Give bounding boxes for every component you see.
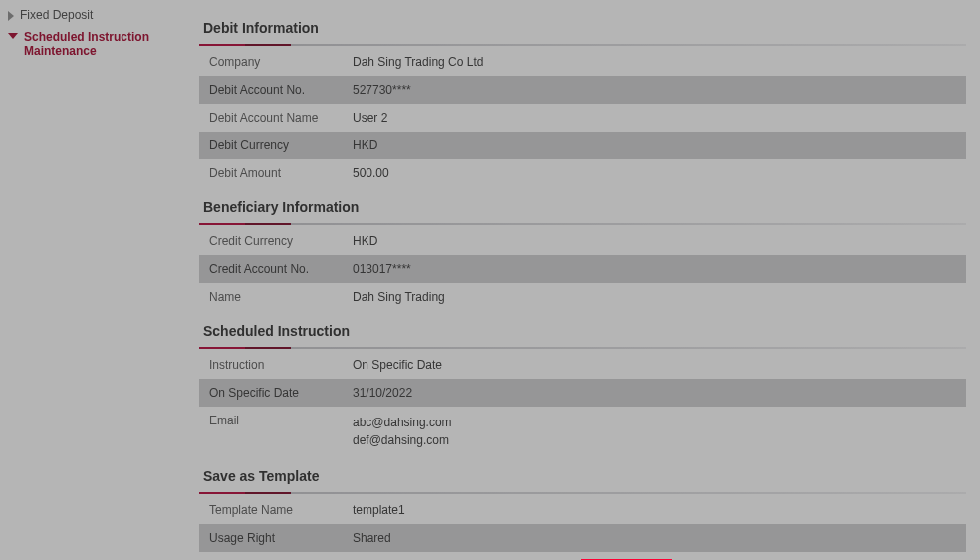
- section-title: Beneficiary Information: [199, 193, 966, 223]
- field-value: Dah Sing Trading Co Ltd: [349, 48, 966, 76]
- section-divider: [199, 44, 966, 46]
- row-template-name: Template Nametemplate1: [199, 496, 966, 524]
- field-label: Debit Account No.: [199, 76, 349, 104]
- sidebar-item-scheduled-instruction[interactable]: Scheduled Instruction Maintenance: [6, 28, 183, 64]
- section-debit-information: Debit Information CompanyDah Sing Tradin…: [199, 14, 966, 187]
- field-value: 527730****: [349, 76, 966, 104]
- chevron-down-icon: [8, 33, 18, 39]
- field-value: HKD: [349, 132, 966, 159]
- field-value: Shared: [349, 524, 966, 552]
- section-divider: [199, 223, 966, 225]
- field-label: Usage Right: [199, 524, 349, 552]
- field-label: Credit Currency: [199, 227, 349, 255]
- field-label: Template Name: [199, 496, 349, 524]
- field-label: On Specific Date: [199, 379, 349, 407]
- section-divider: [199, 492, 966, 494]
- field-value: abc@dahsing.com def@dahsing.com: [349, 407, 966, 456]
- chevron-right-icon: [8, 11, 14, 21]
- field-value: Dah Sing Trading: [349, 283, 966, 311]
- field-label: Debit Account Name: [199, 104, 349, 132]
- row-credit-currency: Credit CurrencyHKD: [199, 227, 966, 255]
- field-label: Debit Currency: [199, 132, 349, 159]
- section-divider: [199, 347, 966, 349]
- row-instruction: InstructionOn Specific Date: [199, 351, 966, 379]
- field-value: User 2: [349, 104, 966, 132]
- email-line: def@dahsing.com: [353, 431, 958, 449]
- section-scheduled-instruction: Scheduled Instruction InstructionOn Spec…: [199, 317, 966, 456]
- field-label: Debit Amount: [199, 159, 349, 187]
- field-value: On Specific Date: [349, 351, 966, 379]
- field-label: Instruction: [199, 351, 349, 379]
- field-value: HKD: [349, 227, 966, 255]
- row-company: CompanyDah Sing Trading Co Ltd: [199, 48, 966, 76]
- row-debit-account-no: Debit Account No.527730****: [199, 76, 966, 104]
- row-email: Email abc@dahsing.com def@dahsing.com: [199, 407, 966, 456]
- sidebar-item-label: Fixed Deposit: [20, 8, 93, 22]
- field-value: 31/10/2022: [349, 379, 966, 407]
- field-value: 013017****: [349, 255, 966, 283]
- sidebar: Fixed Deposit Scheduled Instruction Main…: [0, 0, 187, 560]
- row-debit-currency: Debit CurrencyHKD: [199, 132, 966, 159]
- row-debit-amount: Debit Amount500.00: [199, 159, 966, 187]
- row-credit-account-no: Credit Account No.013017****: [199, 255, 966, 283]
- sidebar-item-label: Scheduled Instruction Maintenance: [24, 30, 181, 58]
- main-content: Debit Information CompanyDah Sing Tradin…: [187, 0, 980, 560]
- field-label: Email: [199, 407, 349, 456]
- field-label: Company: [199, 48, 349, 76]
- section-title: Save as Template: [199, 462, 966, 492]
- field-label: Credit Account No.: [199, 255, 349, 283]
- section-title: Debit Information: [199, 14, 966, 44]
- row-beneficiary-name: NameDah Sing Trading: [199, 283, 966, 311]
- button-bar: Back Confirm: [199, 552, 966, 560]
- field-label: Name: [199, 283, 349, 311]
- section-title: Scheduled Instruction: [199, 317, 966, 347]
- sidebar-item-fixed-deposit[interactable]: Fixed Deposit: [6, 6, 183, 28]
- field-value: 500.00: [349, 159, 966, 187]
- section-save-as-template: Save as Template Template Nametemplate1 …: [199, 462, 966, 552]
- row-specific-date: On Specific Date31/10/2022: [199, 379, 966, 407]
- row-debit-account-name: Debit Account NameUser 2: [199, 104, 966, 132]
- section-beneficiary-information: Beneficiary Information Credit CurrencyH…: [199, 193, 966, 311]
- email-line: abc@dahsing.com: [353, 414, 958, 431]
- row-usage-right: Usage RightShared: [199, 524, 966, 552]
- field-value: template1: [349, 496, 966, 524]
